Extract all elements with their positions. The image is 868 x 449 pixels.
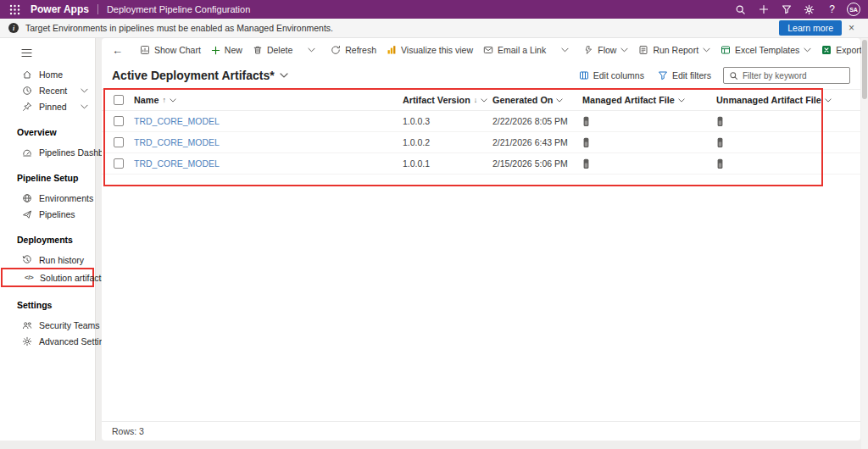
chevron-down-icon: [804, 47, 811, 53]
column-header-unmanaged-file[interactable]: Unmanaged Artifact File: [716, 95, 860, 105]
row-count-footer: Rows: 3: [102, 421, 860, 441]
edit-filters-button[interactable]: Edit filters: [658, 70, 711, 80]
chevron-down-icon[interactable]: [81, 104, 88, 109]
unmanaged-attachment-icon[interactable]: [716, 116, 860, 127]
email-link-button[interactable]: Email a Link: [478, 42, 551, 58]
banner-close-icon[interactable]: ×: [842, 22, 861, 34]
learn-more-button[interactable]: Learn more: [779, 20, 842, 36]
notification-banner: i Target Environments in pipelines must …: [0, 19, 868, 38]
managed-attachment-icon[interactable]: [582, 116, 716, 127]
header-divider: [97, 4, 98, 14]
chevron-down-icon[interactable]: [481, 98, 487, 103]
table-row[interactable]: TRD_CORE_MODEL 1.0.0.1 2/15/2026 5:06 PM: [102, 153, 860, 175]
edit-filters-label: Edit filters: [672, 70, 711, 80]
settings-gear-icon[interactable]: [798, 0, 821, 19]
artifact-version-cell: 1.0.0.1: [403, 158, 492, 169]
edit-filters-icon: [658, 70, 668, 80]
edit-columns-icon: [579, 70, 589, 80]
back-button[interactable]: ←: [107, 44, 128, 57]
delete-button[interactable]: Delete: [248, 42, 298, 58]
flow-button[interactable]: Flow: [579, 42, 633, 58]
flow-label: Flow: [598, 45, 616, 55]
export-to-excel-button[interactable]: Export to Excel: [816, 42, 868, 58]
table-row[interactable]: TRD_CORE_MODEL 1.0.0.3 2/22/2026 8:05 PM: [102, 111, 860, 132]
email-link-label: Email a Link: [498, 45, 546, 55]
filter-keyword-input[interactable]: [743, 71, 844, 80]
account-avatar[interactable]: SA: [847, 3, 860, 16]
row-checkbox[interactable]: [114, 116, 124, 126]
sidebar-item-home[interactable]: Home: [0, 66, 95, 82]
new-label: New: [225, 45, 242, 55]
chevron-down-icon[interactable]: [678, 98, 685, 103]
unmanaged-attachment-icon[interactable]: [716, 158, 860, 169]
visualize-view-button[interactable]: Visualize this view: [381, 42, 478, 58]
sidebar-item-advanced-settings[interactable]: Advanced Settings: [0, 333, 95, 349]
sidebar-item-pipelines[interactable]: Pipelines: [0, 206, 95, 222]
generated-on-cell: 2/21/2026 6:43 PM: [492, 137, 582, 147]
artifact-name-link[interactable]: TRD_CORE_MODEL: [134, 158, 403, 169]
delete-split-chevron-icon[interactable]: [304, 45, 319, 55]
app-name[interactable]: Power Apps: [31, 3, 89, 15]
view-selector[interactable]: Active Deployment Artifacts*: [112, 69, 288, 82]
edit-columns-button[interactable]: Edit columns: [579, 70, 644, 80]
column-header-artifact-version[interactable]: Artifact Version ↓: [403, 95, 492, 105]
chevron-down-icon[interactable]: [81, 88, 88, 93]
filter-icon[interactable]: [775, 0, 798, 19]
add-icon[interactable]: [752, 0, 775, 19]
view-title-label: Active Deployment Artifacts*: [112, 69, 275, 82]
visualize-chart-icon: [387, 45, 397, 55]
scrollbar-thumb[interactable]: [862, 40, 867, 99]
waffle-menu-icon[interactable]: [0, 0, 29, 19]
delete-label: Delete: [267, 45, 292, 55]
sidebar-item-label: Recent: [39, 86, 67, 96]
sidebar-item-security-teams[interactable]: Security Teams: [0, 317, 95, 333]
table-row[interactable]: TRD_CORE_MODEL 1.0.0.2 2/21/2026 6:43 PM: [102, 132, 860, 153]
main-content: ← Show Chart New Delete Refresh Visualiz…: [102, 38, 860, 441]
sidebar-item-recent[interactable]: Recent: [0, 82, 95, 98]
report-icon: [638, 45, 648, 55]
show-chart-button[interactable]: Show Chart: [135, 42, 206, 58]
app-header: Power Apps Deployment Pipeline Configura…: [0, 0, 868, 19]
sidebar-item-environments[interactable]: Environments: [0, 190, 95, 206]
column-header-name[interactable]: Name ↑: [134, 95, 403, 105]
email-icon: [483, 45, 493, 55]
column-header-generated-on[interactable]: Generated On: [492, 95, 582, 105]
sidebar: Home Recent Pinned Overview Pipelines Da…: [0, 38, 96, 441]
row-checkbox[interactable]: [114, 137, 124, 147]
refresh-icon: [331, 45, 341, 55]
column-header-managed-file[interactable]: Managed Artifact File: [582, 95, 716, 105]
sidebar-item-pinned[interactable]: Pinned: [0, 98, 95, 114]
artifact-name-link[interactable]: TRD_CORE_MODEL: [134, 116, 403, 126]
chevron-down-icon: [620, 47, 628, 53]
managed-attachment-icon[interactable]: [582, 158, 716, 169]
new-button[interactable]: New: [206, 42, 248, 58]
sidebar-item-label: Environments: [39, 193, 93, 203]
search-icon[interactable]: [729, 0, 752, 19]
code-icon: </>: [25, 274, 33, 281]
sidebar-item-solution-artifacts[interactable]: </> Solution artifacts: [3, 269, 92, 285]
unmanaged-attachment-icon[interactable]: [716, 137, 860, 148]
help-icon[interactable]: ?: [821, 0, 843, 19]
plus-icon: [211, 46, 220, 55]
run-report-button[interactable]: Run Report: [633, 42, 715, 58]
power-apps-window: { "topbar": { "app_name": "Power Apps", …: [0, 0, 868, 449]
chevron-down-icon[interactable]: [556, 98, 563, 103]
artifact-name-link[interactable]: TRD_CORE_MODEL: [134, 137, 403, 147]
select-all-checkbox[interactable]: [114, 95, 124, 105]
hamburger-menu-icon[interactable]: [21, 48, 95, 58]
flow-lightning-icon: [584, 45, 593, 55]
row-checkbox[interactable]: [114, 158, 124, 169]
artifact-version-cell: 1.0.0.2: [403, 137, 492, 147]
refresh-button[interactable]: Refresh: [326, 42, 381, 58]
chevron-down-icon[interactable]: [825, 98, 832, 103]
sidebar-item-pipelines-dashboard[interactable]: Pipelines Dashboard: [0, 144, 95, 160]
clock-icon: [22, 86, 32, 96]
email-split-chevron-icon[interactable]: [558, 45, 572, 55]
trash-icon: [253, 45, 263, 55]
chevron-down-icon[interactable]: [170, 98, 176, 103]
artifact-version-cell: 1.0.0.3: [403, 116, 492, 126]
excel-templates-button[interactable]: Excel Templates: [715, 42, 816, 58]
sidebar-item-run-history[interactable]: Run history: [0, 252, 95, 268]
vertical-scrollbar[interactable]: [861, 38, 868, 449]
managed-attachment-icon[interactable]: [582, 137, 716, 148]
